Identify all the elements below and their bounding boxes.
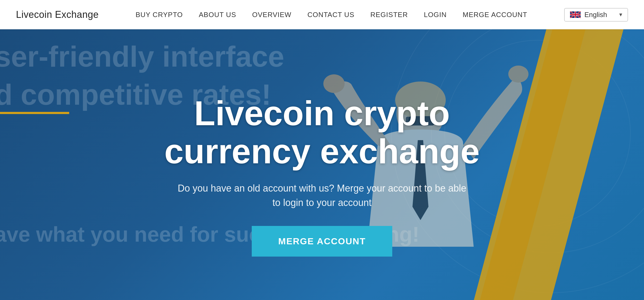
nav-item-register[interactable]: REGISTER	[370, 11, 408, 19]
hero-content: Livecoin crypto currency exchange Do you…	[148, 94, 496, 257]
flag-icon	[570, 11, 581, 18]
nav-item-overview[interactable]: OVERVIEW	[252, 11, 291, 19]
navbar: Livecoin Exchange BUY CRYPTO ABOUT US OV…	[0, 0, 644, 29]
language-selector[interactable]: English ▾	[564, 8, 628, 22]
brand-logo[interactable]: Livecoin Exchange	[16, 9, 99, 20]
hero-title: Livecoin crypto currency exchange	[164, 94, 480, 171]
nav-item-merge-account[interactable]: MERGE ACCOUNT	[463, 11, 527, 19]
hero-subtitle: Do you have an old account with us? Merg…	[176, 181, 468, 210]
hero-section: ser-friendly interface d competitive rat…	[0, 0, 644, 300]
nav-item-contact-us[interactable]: CONTACT US	[307, 11, 354, 19]
nav-item-buy-crypto[interactable]: BUY CRYPTO	[135, 11, 183, 19]
nav-item-login[interactable]: LOGIN	[424, 11, 447, 19]
gold-underline	[0, 112, 69, 114]
hero-title-line1: Livecoin crypto	[194, 94, 450, 133]
hero-title-line2: currency exchange	[164, 132, 480, 171]
nav-menu: BUY CRYPTO ABOUT US OVERVIEW CONTACT US …	[135, 11, 527, 19]
svg-point-4	[508, 66, 529, 83]
svg-point-3	[323, 74, 345, 93]
language-label: English	[584, 11, 607, 19]
bg-text-line1: ser-friendly interface	[0, 37, 284, 75]
nav-item-about-us[interactable]: ABOUT US	[199, 11, 236, 19]
chevron-down-icon: ▾	[619, 11, 622, 18]
merge-account-button[interactable]: MERGE ACCOUNT	[252, 226, 393, 257]
